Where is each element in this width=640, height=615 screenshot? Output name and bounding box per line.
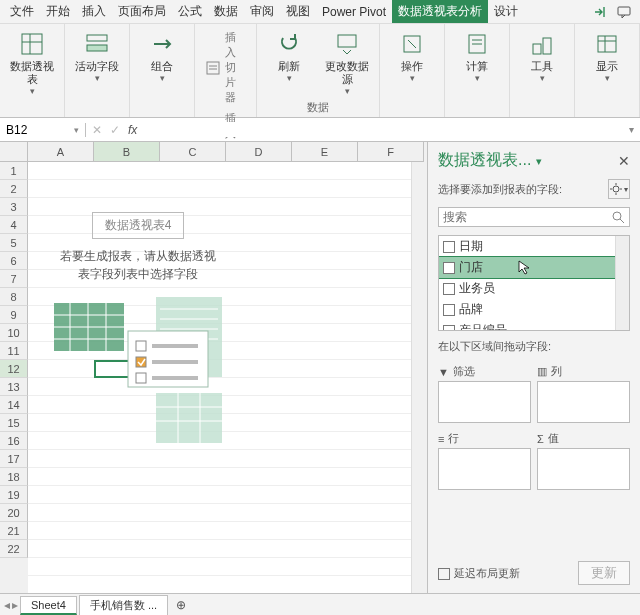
row-header[interactable]: 13 xyxy=(0,378,28,396)
col-header-F[interactable]: F xyxy=(358,142,424,162)
checkbox-icon[interactable] xyxy=(443,304,455,316)
field-item[interactable]: 日期 xyxy=(439,236,629,257)
search-icon[interactable] xyxy=(611,210,625,224)
area-values[interactable]: Σ值 xyxy=(537,429,630,490)
values-icon: Σ xyxy=(537,433,544,445)
share-icon[interactable] xyxy=(590,2,610,22)
col-header-A[interactable]: A xyxy=(28,142,94,162)
checkbox-icon[interactable] xyxy=(443,241,455,253)
calc-button[interactable]: 计算▾ xyxy=(451,28,503,85)
field-search[interactable] xyxy=(438,207,630,227)
svg-line-52 xyxy=(620,219,624,223)
col-header-E[interactable]: E xyxy=(292,142,358,162)
row-header[interactable]: 19 xyxy=(0,486,28,504)
row-header[interactable]: 15 xyxy=(0,414,28,432)
taskpane-sub: 选择要添加到报表的字段: xyxy=(438,182,562,197)
tools-button[interactable]: 工具▾ xyxy=(516,28,568,85)
group-button[interactable]: 组合▾ xyxy=(136,28,188,85)
sheet-tab[interactable]: Sheet4 xyxy=(20,596,77,615)
field-item[interactable]: 门店▾ xyxy=(438,256,630,279)
cells-area[interactable]: 数据透视表4 若要生成报表，请从数据透视 表字段列表中选择字段 xyxy=(28,162,427,593)
row-header[interactable]: 17 xyxy=(0,450,28,468)
col-header-D[interactable]: D xyxy=(226,142,292,162)
insert-slicer-button[interactable]: 插入切片器 xyxy=(201,28,250,107)
pivot-art-icon xyxy=(48,297,228,447)
fx-icon[interactable]: fx xyxy=(128,123,137,137)
col-header-C[interactable]: C xyxy=(160,142,226,162)
menu-insert[interactable]: 插入 xyxy=(76,0,112,23)
change-data-source-button[interactable]: 更改数据源▾ xyxy=(321,28,373,98)
sheet-tab-bar: ◂▸ Sheet4 手机销售数 ... ⊕ xyxy=(0,593,640,615)
pivot-table-button[interactable]: 数据透视表▾ xyxy=(6,28,58,98)
menu-view[interactable]: 视图 xyxy=(280,0,316,23)
row-header[interactable]: 1 xyxy=(0,162,28,180)
add-sheet-button[interactable]: ⊕ xyxy=(170,596,192,614)
row-header[interactable]: 18 xyxy=(0,468,28,486)
menu-home[interactable]: 开始 xyxy=(40,0,76,23)
area-columns[interactable]: ▥列 xyxy=(537,362,630,423)
field-list[interactable]: 日期 门店▾ 业务员 品牌 产品编号 xyxy=(438,235,630,331)
row-header[interactable]: 9 xyxy=(0,306,28,324)
row-header[interactable]: 22 xyxy=(0,540,28,558)
row-header[interactable]: 21 xyxy=(0,522,28,540)
field-list-scrollbar[interactable] xyxy=(615,236,629,330)
active-field-button[interactable]: 活动字段▾ xyxy=(71,28,123,85)
field-item[interactable]: 产品编号 xyxy=(439,320,629,331)
menu-review[interactable]: 审阅 xyxy=(244,0,280,23)
field-item[interactable]: 业务员 xyxy=(439,278,629,299)
field-item[interactable]: 品牌 xyxy=(439,299,629,320)
worksheet-grid[interactable]: A B C D E F 1234567891011121314151617181… xyxy=(0,142,428,593)
svg-point-51 xyxy=(613,212,621,220)
row-header[interactable]: 11 xyxy=(0,342,28,360)
checkbox-icon[interactable] xyxy=(443,283,455,295)
name-box-input[interactable] xyxy=(6,123,56,137)
row-header[interactable]: 6 xyxy=(0,252,28,270)
defer-layout-checkbox[interactable]: 延迟布局更新 xyxy=(438,566,520,581)
row-header[interactable]: 12 xyxy=(0,360,28,378)
menu-design[interactable]: 设计 xyxy=(488,0,524,23)
update-button[interactable]: 更新 xyxy=(578,561,630,585)
pivot-field-pane: 数据透视表... ▾ ✕ 选择要添加到报表的字段: ▾ 日期 门店▾ 业务员 品… xyxy=(428,142,640,593)
menu-layout[interactable]: 页面布局 xyxy=(112,0,172,23)
row-header[interactable]: 8 xyxy=(0,288,28,306)
row-header[interactable]: 4 xyxy=(0,216,28,234)
row-header[interactable]: 7 xyxy=(0,270,28,288)
pivot-placeholder: 数据透视表4 若要生成报表，请从数据透视 表字段列表中选择字段 xyxy=(38,212,238,447)
row-header[interactable]: 2 xyxy=(0,180,28,198)
menu-powerpivot[interactable]: Power Pivot xyxy=(316,2,392,22)
menu-data[interactable]: 数据 xyxy=(208,0,244,23)
search-input[interactable] xyxy=(443,210,611,224)
gear-icon[interactable]: ▾ xyxy=(608,179,630,199)
cancel-icon[interactable]: ✕ xyxy=(92,123,102,137)
confirm-icon[interactable]: ✓ xyxy=(110,123,120,137)
area-filter[interactable]: ▼筛选 xyxy=(438,362,531,423)
row-header[interactable]: 16 xyxy=(0,432,28,450)
svg-point-46 xyxy=(613,186,619,192)
refresh-button[interactable]: 刷新▾ xyxy=(263,28,315,85)
area-rows[interactable]: ≡行 xyxy=(438,429,531,490)
sheet-tab[interactable]: 手机销售数 ... xyxy=(79,595,168,615)
col-header-B[interactable]: B xyxy=(94,142,160,162)
menu-file[interactable]: 文件 xyxy=(4,0,40,23)
row-header[interactable]: 5 xyxy=(0,234,28,252)
row-header[interactable]: 14 xyxy=(0,396,28,414)
actions-button[interactable]: 操作▾ xyxy=(386,28,438,85)
show-button[interactable]: 显示▾ xyxy=(581,28,633,85)
sheet-nav[interactable]: ◂▸ xyxy=(4,598,18,612)
name-box[interactable]: ▾ xyxy=(0,123,86,137)
comment-icon[interactable] xyxy=(614,2,634,22)
pivot-hint: 若要生成报表，请从数据透视 表字段列表中选择字段 xyxy=(38,247,238,283)
select-all-corner[interactable] xyxy=(0,142,28,162)
row-header[interactable]: 10 xyxy=(0,324,28,342)
menu-formulas[interactable]: 公式 xyxy=(172,0,208,23)
checkbox-icon[interactable] xyxy=(443,262,455,274)
svg-rect-1 xyxy=(22,34,42,54)
checkbox-icon[interactable] xyxy=(443,325,455,332)
vertical-scrollbar[interactable] xyxy=(411,162,427,593)
close-icon[interactable]: ✕ xyxy=(618,153,630,169)
row-header[interactable]: 20 xyxy=(0,504,28,522)
row-headers: 12345678910111213141516171819202122 xyxy=(0,162,28,593)
menu-pivot-analyze[interactable]: 数据透视表分析 xyxy=(392,0,488,23)
row-header[interactable]: 3 xyxy=(0,198,28,216)
formula-input[interactable] xyxy=(145,122,617,137)
